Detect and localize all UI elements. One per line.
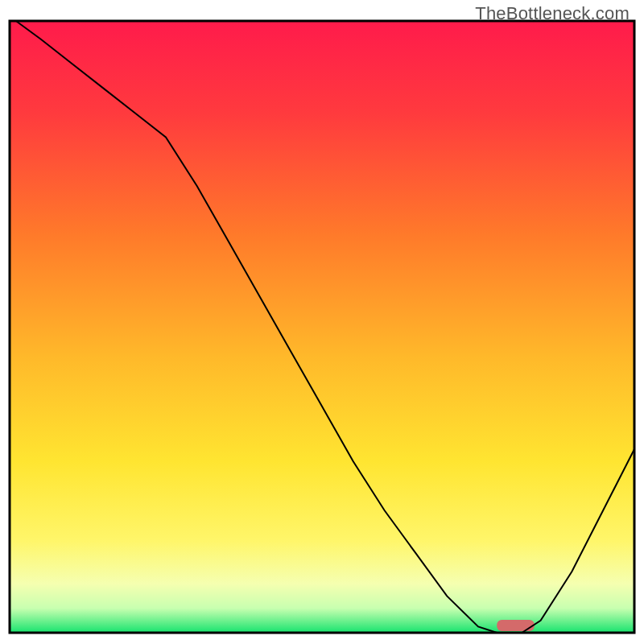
plot-area [10,21,634,633]
watermark-text: TheBottleneck.com [475,3,630,24]
chart-svg [0,0,644,644]
gradient-background [10,21,634,633]
bottleneck-chart: TheBottleneck.com [0,0,644,644]
highlight-marker [497,620,535,631]
